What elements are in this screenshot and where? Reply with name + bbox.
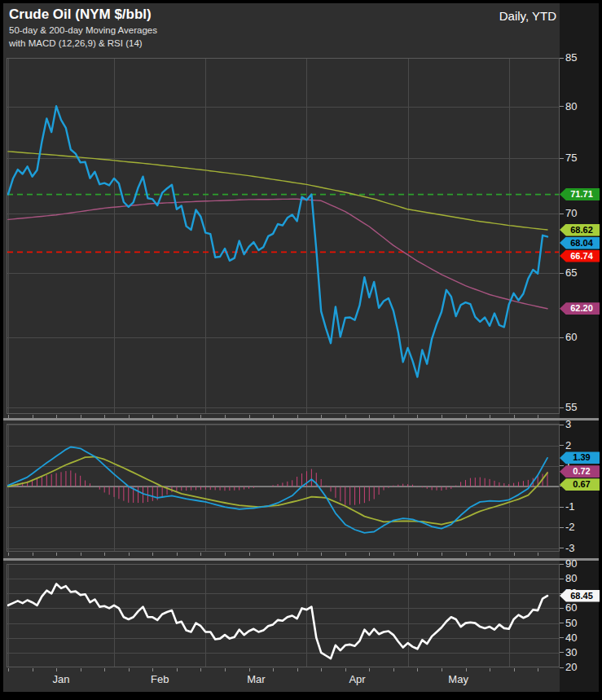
chart-range-label: Daily, YTD — [499, 9, 556, 23]
chart-subtitle-indicators: with MACD (12,26,9) & RSI (14) — [9, 38, 143, 48]
month-label-mar: Mar — [247, 673, 265, 685]
y-axis-tick — [560, 548, 564, 548]
price-badge-62.20: 62.20 — [560, 302, 600, 315]
y-axis-tick — [560, 527, 564, 528]
y-tick-label: 40 — [565, 632, 577, 644]
chart-widget: Crude Oil (NYM $/bbl) 50-day & 200-day M… — [0, 0, 602, 700]
price-badge-66.74: 66.74 — [560, 250, 600, 262]
y-axis-tick — [560, 214, 564, 214]
y-axis-tick — [560, 608, 564, 609]
y-tick-label: 75 — [565, 152, 577, 164]
month-label-may: May — [448, 673, 468, 685]
y-tick-label: 30 — [565, 646, 577, 658]
y-tick-label: 65 — [565, 266, 577, 279]
y-axis-tick — [560, 337, 564, 338]
y-axis-tick — [560, 425, 564, 425]
y-tick-label: 60 — [565, 601, 577, 614]
y-tick-label: 80 — [565, 572, 577, 584]
y-axis-tick — [560, 407, 564, 408]
price-badge-68.04: 68.04 — [560, 237, 600, 249]
y-tick-label: 70 — [565, 207, 577, 219]
y-axis-tick — [560, 652, 564, 653]
y-tick-label: 90 — [565, 557, 577, 570]
chart-title: Crude Oil (NYM $/bbl) — [9, 7, 152, 23]
month-label-apr: Apr — [349, 673, 365, 685]
y-tick-label: -3 — [565, 542, 575, 554]
chart-subtitle-ma: 50-day & 200-day Moving Averages — [9, 25, 157, 35]
month-label-feb: Feb — [151, 673, 169, 685]
y-axis-tick — [560, 564, 564, 565]
price-panel[interactable] — [7, 58, 560, 419]
y-tick-label: 60 — [565, 331, 577, 343]
price-badge-0.67: 0.67 — [560, 478, 600, 491]
month-label-jan: Jan — [53, 673, 70, 685]
y-tick-label: -2 — [565, 521, 575, 533]
y-axis-tick — [560, 667, 564, 668]
y-tick-label: 85 — [565, 51, 577, 64]
y-axis-tick — [560, 273, 564, 274]
price-badge-0.72: 0.72 — [560, 465, 600, 478]
y-tick-label: 55 — [565, 401, 577, 413]
macd-panel[interactable] — [7, 424, 560, 557]
y-tick-label: 80 — [565, 100, 577, 112]
y-tick-label: -1 — [565, 500, 575, 513]
y-tick-label: 50 — [565, 617, 577, 629]
y-axis-tick — [560, 637, 564, 638]
y-axis-tick — [560, 579, 564, 579]
y-axis-tick — [560, 465, 564, 466]
y-axis-tick — [560, 623, 564, 623]
y-axis-tick — [560, 445, 564, 446]
y-axis-tick — [560, 158, 564, 159]
y-axis-tick — [560, 507, 564, 508]
panel-separator-rsi[interactable] — [3, 558, 599, 561]
y-tick-label: 20 — [565, 661, 577, 673]
y-tick-label: 3 — [565, 418, 571, 430]
y-tick-label: 2 — [565, 439, 571, 451]
price-badge-71.71: 71.71 — [560, 188, 600, 200]
y-axis-tick — [560, 106, 564, 107]
rsi-panel[interactable] — [7, 564, 560, 672]
y-axis-tick — [560, 58, 564, 59]
price-badge-68.62: 68.62 — [560, 224, 600, 236]
price-badge-68.45: 68.45 — [560, 590, 600, 602]
price-badge-1.39: 1.39 — [560, 451, 600, 464]
